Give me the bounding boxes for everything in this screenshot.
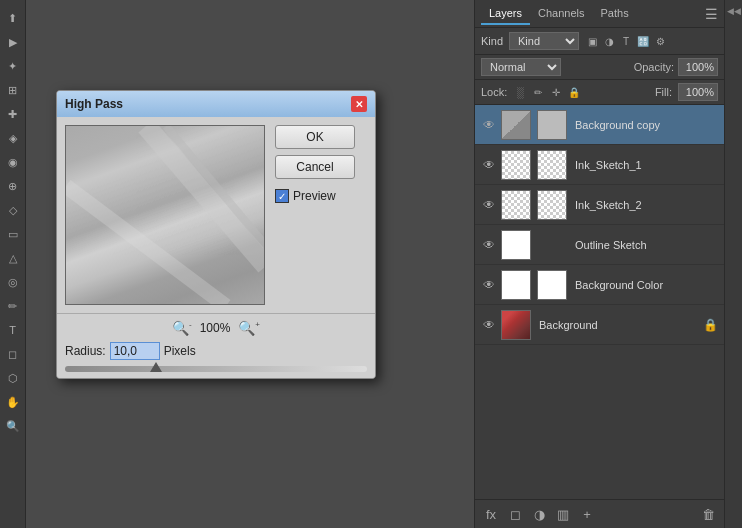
tool-clone[interactable]: ⊕: [3, 176, 23, 196]
filter-icons: ▣ ◑ T 🔠 ⚙: [585, 34, 667, 48]
tool-gradient[interactable]: ▭: [3, 224, 23, 244]
layers-list: 👁 Background copy 👁 Ink_Sketch_1 👁 Ink_S…: [475, 105, 724, 499]
layer-item-5[interactable]: 👁 Background 🔒: [475, 305, 724, 345]
tool-path[interactable]: ◻: [3, 344, 23, 364]
tab-paths[interactable]: Paths: [593, 3, 637, 25]
layer-visibility-4[interactable]: 👁: [481, 277, 497, 293]
dialog-close-button[interactable]: ✕: [351, 96, 367, 112]
tool-eraser[interactable]: ◇: [3, 200, 23, 220]
layer-item-0[interactable]: 👁 Background copy: [475, 105, 724, 145]
fill-input[interactable]: [678, 83, 718, 101]
dialog-bottom: 🔍- 100% 🔍+ Radius: Pixels: [57, 313, 375, 378]
layers-filter-toolbar: Kind Kind Name Effect Mode ▣ ◑ T 🔠 ⚙: [475, 28, 724, 55]
tool-type[interactable]: T: [3, 320, 23, 340]
filter-pixel-icon[interactable]: ▣: [585, 34, 599, 48]
lock-transparent-icon[interactable]: ░: [513, 85, 527, 99]
kind-label: Kind: [481, 35, 503, 47]
layer-adjustment-icon[interactable]: ◑: [529, 504, 549, 524]
layer-visibility-1[interactable]: 👁: [481, 157, 497, 173]
tool-3d[interactable]: ⬡: [3, 368, 23, 388]
layer-thumb-0: [501, 110, 531, 140]
layer-visibility-0[interactable]: 👁: [481, 117, 497, 133]
radius-slider-thumb[interactable]: [150, 362, 162, 372]
tab-channels[interactable]: Channels: [530, 3, 592, 25]
collapse-icon[interactable]: ◀◀: [727, 4, 741, 18]
radius-slider-track[interactable]: [65, 366, 367, 372]
zoom-out-icon[interactable]: 🔍-: [172, 320, 192, 336]
radius-label: Radius:: [65, 344, 106, 358]
blend-mode-select[interactable]: Normal Multiply Screen Overlay: [481, 58, 561, 76]
layer-mask-1: [537, 150, 567, 180]
canvas-area: High Pass ✕ OK Cancel: [26, 0, 474, 528]
lock-all-icon[interactable]: 🔒: [567, 85, 581, 99]
svg-line-2: [166, 126, 264, 246]
tool-select[interactable]: ▶: [3, 32, 23, 52]
layer-fx-icon[interactable]: fx: [481, 504, 501, 524]
layer-name-2: Ink_Sketch_2: [571, 199, 718, 211]
layer-item-1[interactable]: 👁 Ink_Sketch_1: [475, 145, 724, 185]
tool-lasso[interactable]: ✦: [3, 56, 23, 76]
preview-checkbox[interactable]: ✓: [275, 189, 289, 203]
layer-mask-add-icon[interactable]: ◻: [505, 504, 525, 524]
filter-adjust-icon[interactable]: ◑: [602, 34, 616, 48]
lock-label: Lock:: [481, 86, 507, 98]
pixels-label: Pixels: [164, 344, 196, 358]
radius-input[interactable]: [110, 342, 160, 360]
tool-brush[interactable]: ◉: [3, 152, 23, 172]
layer-thumb-4: [501, 270, 531, 300]
layer-item-3[interactable]: 👁 Outline Sketch: [475, 225, 724, 265]
opacity-input[interactable]: [678, 58, 718, 76]
fill-label: Fill:: [655, 86, 672, 98]
layer-thumb-3: [501, 230, 531, 260]
tool-move[interactable]: ⬆: [3, 8, 23, 28]
blend-opacity-row: Normal Multiply Screen Overlay Opacity:: [475, 55, 724, 80]
layer-item-4[interactable]: 👁 Background Color: [475, 265, 724, 305]
filter-type-icon[interactable]: T: [619, 34, 633, 48]
tool-heal[interactable]: ◈: [3, 128, 23, 148]
lock-position-icon[interactable]: ✛: [549, 85, 563, 99]
cancel-button[interactable]: Cancel: [275, 155, 355, 179]
preview-checkbox-row: ✓ Preview: [275, 189, 355, 203]
layer-thumb-5: [501, 310, 531, 340]
tool-crop[interactable]: ⊞: [3, 80, 23, 100]
layer-visibility-5[interactable]: 👁: [481, 317, 497, 333]
layer-visibility-3[interactable]: 👁: [481, 237, 497, 253]
panel-tabs: Layers Channels Paths ☰: [475, 0, 724, 28]
layer-mask-4: [537, 270, 567, 300]
layer-name-4: Background Color: [571, 279, 718, 291]
layers-bottom-bar: fx ◻ ◑ ▥ + 🗑: [475, 499, 724, 528]
layer-name-3: Outline Sketch: [571, 239, 718, 251]
dialog-preview-area: [65, 125, 265, 305]
radius-row: Radius: Pixels: [65, 342, 367, 360]
layer-new-icon[interactable]: +: [577, 504, 597, 524]
toolbar: ⬆ ▶ ✦ ⊞ ✚ ◈ ◉ ⊕ ◇ ▭ △ ◎ ✏ T ◻ ⬡ ✋ 🔍: [0, 0, 26, 528]
panel-menu-icon[interactable]: ☰: [705, 6, 718, 22]
preview-svg: [66, 126, 264, 304]
lock-row: Lock: ░ ✏ ✛ 🔒 Fill:: [475, 80, 724, 105]
layer-visibility-2[interactable]: 👁: [481, 197, 497, 213]
tool-hand[interactable]: ✋: [3, 392, 23, 412]
ok-button[interactable]: OK: [275, 125, 355, 149]
slider-row: [65, 366, 367, 372]
tab-layers[interactable]: Layers: [481, 3, 530, 25]
opacity-label: Opacity:: [634, 61, 674, 73]
tool-dodge[interactable]: ◎: [3, 272, 23, 292]
filter-shape-icon[interactable]: 🔠: [636, 34, 650, 48]
zoom-in-icon[interactable]: 🔍+: [238, 320, 260, 336]
layer-mask-2: [537, 190, 567, 220]
collapse-panel: ◀◀: [724, 0, 742, 528]
layer-lock-icon-5: 🔒: [703, 318, 718, 332]
tool-eyedropper[interactable]: ✚: [3, 104, 23, 124]
layer-delete-icon[interactable]: 🗑: [698, 504, 718, 524]
tool-zoom[interactable]: 🔍: [3, 416, 23, 436]
high-pass-dialog: High Pass ✕ OK Cancel: [56, 90, 376, 379]
preview-canvas: [66, 126, 264, 304]
tool-blur[interactable]: △: [3, 248, 23, 268]
filter-smart-icon[interactable]: ⚙: [653, 34, 667, 48]
lock-image-icon[interactable]: ✏: [531, 85, 545, 99]
layer-group-icon[interactable]: ▥: [553, 504, 573, 524]
layer-item-2[interactable]: 👁 Ink_Sketch_2: [475, 185, 724, 225]
tool-pen[interactable]: ✏: [3, 296, 23, 316]
right-panel: Layers Channels Paths ☰ Kind Kind Name E…: [474, 0, 724, 528]
kind-select[interactable]: Kind Name Effect Mode: [509, 32, 579, 50]
